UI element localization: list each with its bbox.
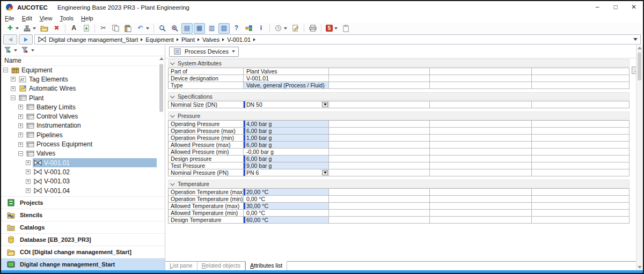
empty-cell[interactable]	[532, 149, 630, 155]
breadcrumb-item[interactable]: Valves	[202, 36, 219, 43]
empty-cell[interactable]	[532, 162, 630, 169]
empty-cell[interactable]	[430, 135, 532, 142]
expand-icon[interactable]: +	[18, 123, 23, 128]
tree-item-automatic-wires[interactable]: +Automatic Wires	[1, 84, 158, 93]
expand-icon[interactable]: +	[18, 142, 23, 147]
attribute-value-cell[interactable]: 6,00 bar g	[244, 142, 329, 149]
expand-icon[interactable]: +	[26, 179, 31, 184]
tab-list-pane[interactable]: List pane	[165, 262, 197, 270]
breadcrumb-item[interactable]: Equipment	[145, 36, 174, 43]
nav-item-catalogs[interactable]: Catalogs	[1, 221, 165, 233]
attribute-value-cell[interactable]: Plant Valves	[244, 68, 329, 75]
attribute-label-cell[interactable]: Operation Pressure (min)	[169, 135, 244, 142]
expand-icon[interactable]: +	[26, 169, 31, 174]
toolbar-zoom-button[interactable]	[157, 23, 168, 34]
attributes-scrollbar-thumb[interactable]	[638, 53, 641, 80]
attribute-label-cell[interactable]: Nominal Pressure (PN)	[169, 169, 244, 176]
empty-cell[interactable]	[430, 75, 532, 82]
empty-cell[interactable]	[329, 155, 430, 162]
attribute-label-cell[interactable]: Test Pressure	[169, 162, 244, 169]
nav-item-digital-change-management-start[interactable]: Digital change management_Start	[1, 258, 165, 270]
nav-item-stencils[interactable]: Stencils	[1, 209, 165, 221]
empty-cell[interactable]	[532, 121, 630, 128]
empty-cell[interactable]	[329, 121, 430, 128]
toolbar-layers-button[interactable]	[243, 23, 254, 34]
empty-cell[interactable]	[329, 75, 430, 82]
attribute-value-cell[interactable]: Valve, general (Process / Fluid)	[244, 82, 329, 89]
empty-cell[interactable]	[329, 135, 430, 142]
empty-cell[interactable]	[329, 101, 430, 108]
empty-cell[interactable]	[532, 82, 630, 89]
cell-dropdown-button[interactable]	[322, 170, 328, 175]
expand-icon[interactable]: +	[18, 132, 23, 137]
attribute-value-cell[interactable]: DN 50	[244, 101, 329, 108]
empty-cell[interactable]	[430, 189, 532, 196]
menu-edit[interactable]: Edit	[18, 15, 36, 21]
empty-cell[interactable]	[532, 75, 630, 82]
toolbar-change-count-button[interactable]: 5	[324, 23, 339, 34]
toolbar-undo-button[interactable]: ↶	[135, 23, 151, 34]
empty-cell[interactable]	[329, 196, 430, 203]
breadcrumb-dropdown-icon[interactable]	[633, 38, 638, 41]
menu-tools[interactable]: Tools	[56, 15, 77, 21]
empty-cell[interactable]	[329, 128, 430, 135]
section-header-system-attributes[interactable]: System Attributes	[168, 59, 630, 67]
empty-cell[interactable]	[430, 210, 532, 217]
empty-cell[interactable]	[430, 196, 532, 203]
toolbar-delete-button[interactable]: ✖	[51, 23, 62, 34]
attribute-label-cell[interactable]: Operating Pressure	[169, 121, 244, 128]
empty-cell[interactable]	[532, 210, 630, 217]
toolbar-open-folder-button[interactable]	[39, 23, 50, 34]
empty-cell[interactable]	[532, 68, 630, 75]
tab-attributes-list[interactable]: Attributes list	[245, 261, 287, 270]
toolbar-paste-objects-button[interactable]	[80, 23, 92, 34]
toolbar-view-worksheet-button[interactable]: ▨	[218, 23, 230, 34]
empty-cell[interactable]	[329, 210, 430, 217]
breadcrumb-item[interactable]: Digital change management_Start	[49, 36, 138, 43]
empty-cell[interactable]	[532, 142, 630, 149]
empty-cell[interactable]	[532, 217, 630, 224]
toolbar-stamp-button[interactable]	[21, 23, 38, 34]
expand-icon[interactable]: +	[26, 188, 31, 193]
empty-cell[interactable]	[430, 169, 532, 176]
attribute-label-cell[interactable]: Allowed Temperature (max)	[169, 203, 244, 210]
set-filter-button[interactable]	[3, 45, 18, 56]
menu-help[interactable]: Help	[77, 15, 97, 21]
empty-cell[interactable]	[532, 135, 630, 142]
empty-cell[interactable]	[532, 155, 630, 162]
empty-cell[interactable]	[430, 68, 532, 75]
forward-button[interactable]	[19, 34, 33, 45]
tree-item-tag-elements[interactable]: +ATTag Elements	[1, 75, 158, 84]
toolbar-revisions-button[interactable]	[273, 23, 289, 34]
tab-related-objects[interactable]: Related objects	[197, 262, 245, 270]
attribute-value-cell[interactable]: PN 6	[244, 169, 329, 176]
attribute-label-cell[interactable]: Part of	[169, 68, 244, 75]
attribute-value-cell[interactable]: 20,00 °C	[244, 189, 329, 196]
tree-scrollbar-thumb[interactable]	[159, 64, 163, 112]
attributes-scrollbar[interactable]	[636, 45, 643, 270]
empty-cell[interactable]	[329, 149, 430, 155]
empty-cell[interactable]	[532, 189, 630, 196]
empty-cell[interactable]	[329, 217, 430, 224]
section-header-specifications[interactable]: Specifications	[168, 92, 630, 100]
attribute-label-cell[interactable]: Design Temperature	[169, 217, 244, 224]
collapse-icon[interactable]: –	[11, 95, 16, 100]
empty-cell[interactable]	[430, 142, 532, 149]
tree-item-battery-limits[interactable]: +Battery Limits	[1, 102, 158, 112]
expand-icon[interactable]: +	[11, 86, 16, 91]
expand-icon[interactable]: +	[26, 160, 31, 165]
toolbar-new-clipboard-button[interactable]	[340, 23, 352, 34]
empty-cell[interactable]	[430, 149, 532, 155]
nav-item-cot-digital-change-management-start-[interactable]: COt [Digital change management_Start]	[1, 246, 165, 258]
attribute-label-cell[interactable]: Operation Temperature (min)	[169, 196, 244, 203]
attribute-value-cell[interactable]: 6,00 bar g	[244, 155, 329, 162]
toolbar-zoom-select-button[interactable]	[169, 23, 180, 34]
scroll-up-icon[interactable]	[159, 57, 164, 60]
empty-cell[interactable]	[329, 142, 430, 149]
attribute-value-cell[interactable]: 30,00 °C	[244, 203, 329, 210]
section-header-temperature[interactable]: Temperature	[168, 180, 630, 188]
empty-cell[interactable]	[329, 189, 430, 196]
empty-cell[interactable]	[329, 162, 430, 169]
attribute-value-cell[interactable]: 6,00 bar g	[244, 128, 329, 135]
attribute-value-cell[interactable]: 0,00 °C	[244, 196, 329, 203]
